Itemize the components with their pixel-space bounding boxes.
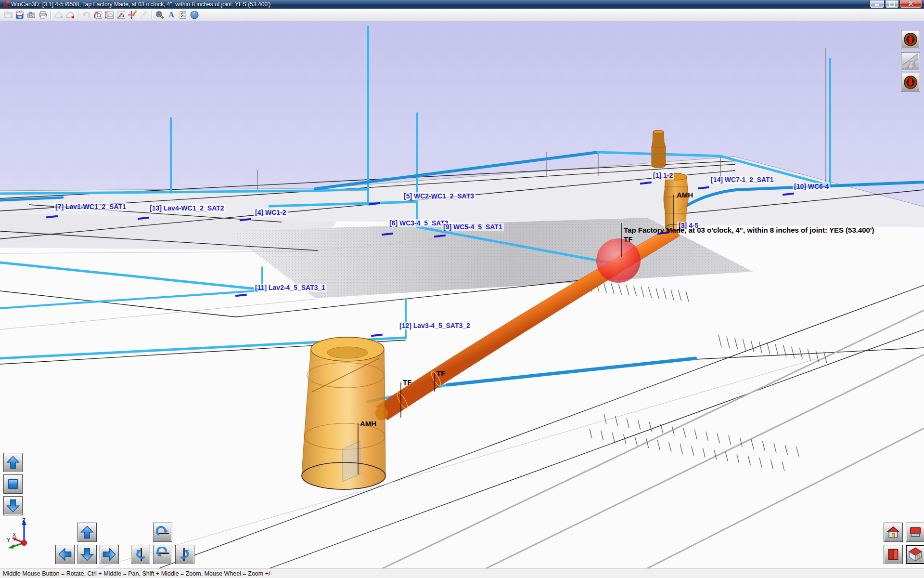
- status-text: Middle Mouse Button = Rotate, Ctrl + Mid…: [3, 570, 272, 577]
- square-icon: [5, 476, 21, 492]
- move-down-button[interactable]: [3, 496, 23, 515]
- add-node-button[interactable]: [154, 9, 166, 20]
- axis-z-label: Z: [22, 517, 26, 523]
- axis-x-label: X: [13, 532, 16, 538]
- delete-home-button[interactable]: [64, 9, 76, 20]
- window-title: WinCan3D: [3.1] 4-5 Ø508, Tap Factory Ma…: [11, 1, 270, 8]
- rot-yaw-right-icon: [177, 547, 192, 562]
- pipe-label[interactable]: [10] WC6-4: [793, 183, 830, 191]
- view-top-button[interactable]: [906, 523, 924, 542]
- scene-3d: [0, 21, 924, 568]
- save-dxf-button[interactable]: DXF: [14, 9, 26, 20]
- move-up-button[interactable]: [3, 453, 23, 472]
- pipe-label[interactable]: [7] Lav1-WC1_2_SAT1: [54, 203, 128, 211]
- manhole-distant[interactable]: [652, 131, 666, 168]
- axis-gizmo: Z X Y: [3, 516, 46, 551]
- observation-marker: TF: [436, 369, 445, 377]
- rot-yaw-left-icon: [133, 547, 148, 562]
- folder-icon: [3, 10, 13, 20]
- pan-right-button[interactable]: [100, 545, 119, 564]
- rot-pitch-down-icon: [155, 547, 170, 562]
- rotate-free-button[interactable]: [115, 9, 127, 20]
- manhole-main[interactable]: [302, 337, 385, 489]
- home-add-icon: [54, 10, 64, 20]
- globe-add-icon: [155, 10, 165, 20]
- text-button[interactable]: A: [166, 9, 177, 20]
- measure-button[interactable]: [138, 9, 150, 20]
- stop-button[interactable]: [3, 474, 23, 494]
- toolbar: DXFA?: [0, 9, 924, 21]
- pipe-label[interactable]: [11] Lav2-4_5_SAT3_1: [254, 284, 327, 292]
- rot-box-v-icon: [104, 10, 114, 20]
- close-button[interactable]: [899, 0, 922, 8]
- dxf-icon: [15, 10, 25, 20]
- house-front-icon: [886, 525, 901, 540]
- house-3d-icon: [908, 547, 923, 562]
- pipe-label[interactable]: [5] WC2-WC1_2_SAT3: [402, 192, 475, 200]
- pipe-up-icon: [903, 32, 918, 47]
- pipe-down-icon: [903, 75, 918, 90]
- downstream-manhole-button[interactable]: [901, 73, 920, 92]
- measure-icon: [139, 10, 149, 20]
- arrow-icon: [79, 525, 95, 540]
- view-side-button[interactable]: [884, 545, 903, 564]
- pitch-up-button[interactable]: [153, 523, 172, 542]
- help-icon: [190, 10, 199, 20]
- undo-button[interactable]: [80, 9, 92, 20]
- toolbar-separator: [152, 11, 152, 19]
- arrow-icon: [57, 547, 73, 562]
- toolbar-separator: [78, 11, 78, 19]
- snapshot-button[interactable]: [26, 9, 37, 20]
- viewport-3d[interactable]: [7] Lav1-WC1_2_SAT1[13] Lav4-WC1_2_SAT2[…: [0, 21, 924, 568]
- tooltip-text: Tap Factory Made, at 03 o'clock, 4", wit…: [624, 225, 874, 235]
- pipe-lateral-icon: [903, 54, 918, 69]
- observation-tooltip: Tap Factory Made, at 03 o'clock, 4", wit…: [624, 225, 874, 244]
- view-front-button[interactable]: [884, 523, 903, 542]
- pipe-label[interactable]: [6] WC3-4_5_SAT3: [388, 219, 450, 227]
- pan-up-button[interactable]: [77, 523, 97, 542]
- report-button[interactable]: [177, 9, 189, 20]
- rotate-up-button[interactable]: [92, 9, 103, 20]
- undo-icon: [81, 10, 91, 20]
- toolbar-separator: [51, 11, 51, 19]
- yaw-left-button[interactable]: [131, 545, 150, 564]
- pipe-label[interactable]: [1] 1-2: [652, 171, 674, 180]
- open-button[interactable]: [2, 9, 14, 20]
- upstream-manhole-button[interactable]: [901, 30, 920, 49]
- rot-box-up-icon: [93, 10, 103, 20]
- pipe-label[interactable]: [9] WC5-4_5_SAT1: [442, 223, 504, 231]
- app-badge: 3D: [6, 0, 10, 3]
- axis-y-label: Y: [7, 537, 11, 543]
- printer-icon: [38, 10, 48, 20]
- pipe-label[interactable]: [12] Lav3-4_5_SAT3_2: [398, 322, 472, 330]
- pan-down-button[interactable]: [77, 545, 97, 564]
- pan-left-button[interactable]: [55, 545, 75, 564]
- text-button-label: A: [168, 11, 174, 19]
- add-home-button[interactable]: [53, 9, 64, 20]
- print-button[interactable]: [37, 9, 49, 20]
- move-object-button[interactable]: [127, 9, 138, 20]
- observation-marker: AMH: [360, 420, 376, 428]
- pitch-down-button[interactable]: [153, 545, 172, 564]
- yaw-right-button[interactable]: [175, 545, 194, 564]
- rot-box-d-icon: [116, 10, 126, 20]
- lateral-button[interactable]: [901, 52, 920, 71]
- view-3d-button[interactable]: [906, 545, 924, 564]
- restore-button[interactable]: [885, 0, 899, 8]
- tooltip-code: TF: [624, 235, 874, 244]
- rot-pitch-up-icon: [155, 525, 170, 540]
- pipe-label[interactable]: [14] WC7-1_2_SAT1: [709, 176, 775, 184]
- observation-marker: TF: [403, 378, 411, 386]
- arrow-icon: [5, 455, 21, 470]
- pipe-label[interactable]: [13] Lav4-WC1_2_SAT2: [148, 204, 226, 212]
- home-del-icon: [65, 10, 75, 20]
- report-icon: [178, 10, 188, 20]
- minimize-button[interactable]: [870, 0, 885, 8]
- titlebar: 3D WinCan3D: [3.1] 4-5 Ø508, Tap Factory…: [0, 0, 924, 9]
- help-button[interactable]: ?: [189, 9, 200, 20]
- camera-icon: [26, 10, 36, 20]
- pipe-label[interactable]: [4] WC1-2: [254, 209, 288, 217]
- defect-sphere[interactable]: [596, 238, 641, 283]
- arrow-icon: [102, 547, 117, 562]
- flip-vertical-button[interactable]: [103, 9, 115, 20]
